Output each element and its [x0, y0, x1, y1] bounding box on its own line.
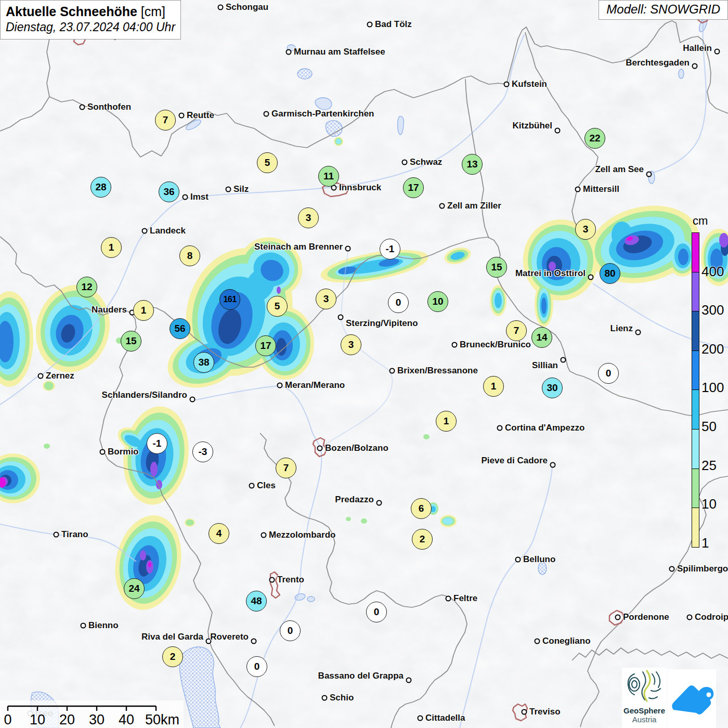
city-label: Treviso: [529, 707, 561, 717]
city-label: Spilimbergo: [677, 564, 728, 574]
geosphere-contours-icon: [622, 668, 667, 705]
city-label: Tirano: [61, 529, 88, 540]
legend-segment: [692, 508, 699, 547]
city-dot: [277, 383, 283, 388]
legend-segment: [692, 272, 699, 311]
city-label: Cittadella: [425, 713, 465, 723]
city-label: Bruneck/Brunico: [460, 340, 531, 350]
city-label: Schwaz: [410, 157, 442, 167]
city-label: Sonthofen: [87, 102, 131, 112]
city-label: Riva del Garda: [141, 632, 203, 642]
city-dot: [367, 22, 373, 28]
city-label: Zell am See: [595, 164, 644, 175]
scale-bar-label: 40: [119, 712, 134, 728]
station-value: 30: [542, 378, 563, 398]
city-label: Imst: [190, 192, 209, 202]
city-dot: [497, 425, 503, 431]
station-value: 3: [298, 207, 319, 228]
city-label: Matrei in Osttirol: [515, 268, 586, 279]
city-label: Nauders: [92, 305, 127, 315]
city-dot: [714, 49, 720, 55]
city-dot: [588, 275, 594, 280]
station-value: 24: [124, 578, 145, 599]
legend-tick-label: 400: [701, 263, 724, 279]
station-value: 38: [193, 352, 214, 373]
city-dot: [345, 246, 351, 252]
city-label: Steinach am Brenner: [254, 242, 343, 252]
city-label: Brixen/Bressanone: [397, 366, 478, 376]
city-dot: [692, 63, 698, 69]
geosphere-logo: GeoSphere Austria: [622, 668, 667, 728]
city-dot: [100, 449, 106, 455]
city-dot: [561, 357, 566, 363]
legend-segment: [692, 389, 699, 429]
city-label: Pordenone: [623, 612, 669, 622]
station-value: 1: [133, 300, 154, 321]
station-value: 28: [90, 177, 111, 198]
city-dot: [317, 446, 323, 451]
city-label: Innsbruck: [339, 183, 381, 193]
station-value: 0: [598, 363, 619, 384]
station-value: 3: [316, 289, 336, 309]
station-value: 1: [436, 411, 457, 432]
city-dot: [406, 678, 412, 683]
city-label: Kufstein: [512, 79, 547, 89]
city-dot: [615, 615, 621, 620]
city-label: Codroipo: [695, 612, 728, 622]
city-label: Meran/Merano: [285, 380, 345, 391]
legend-segment: [692, 350, 699, 390]
city-dot: [286, 49, 292, 55]
city-dot: [550, 462, 556, 468]
scale-bar-label: 30: [89, 712, 105, 728]
city-dot: [269, 577, 275, 583]
city-dot: [555, 128, 561, 134]
scale-bar-label: 0: [4, 712, 11, 728]
station-value: 13: [462, 154, 483, 175]
city-label: Schongau: [226, 2, 268, 12]
station-value: 56: [170, 318, 190, 339]
legend-tick-label: 300: [701, 302, 724, 318]
geosphere-austria-label: Austria: [622, 715, 667, 724]
city-dot: [575, 187, 581, 192]
station-value: 2: [162, 646, 183, 667]
legend-tick-label: 200: [701, 341, 724, 357]
city-dot: [183, 194, 188, 200]
mountain-logo-icon: [667, 669, 716, 728]
city-dot: [446, 596, 451, 602]
map-timestamp: Dienstag, 23.07.2024 04:00 Uhr: [6, 20, 174, 34]
station-value: 5: [257, 152, 278, 173]
city-label: Cortina d'Ampezzo: [505, 423, 584, 433]
city-dot: [439, 203, 445, 209]
station-value: 17: [255, 335, 276, 356]
city-dot: [322, 695, 328, 701]
city-label: Landeck: [150, 226, 186, 236]
mountain-logo: [667, 669, 716, 728]
station-value: 14: [531, 327, 552, 348]
city-label: Murnau am Staffelsee: [294, 47, 385, 57]
station-value: 1: [101, 237, 122, 258]
city-dot: [515, 557, 521, 563]
station-value: 0: [246, 656, 267, 677]
city-label: Rovereto: [210, 632, 249, 642]
scale-bar-label: 20: [59, 712, 75, 728]
city-dot: [142, 228, 148, 234]
station-value: -1: [147, 433, 167, 454]
city-dot: [522, 709, 527, 715]
station-value: 10: [427, 291, 448, 312]
city-label: Bozen/Bolzano: [325, 443, 388, 453]
legend-segment: [692, 469, 699, 508]
station-value: 11: [318, 166, 339, 187]
station-value: -1: [380, 239, 400, 259]
station-value: 15: [121, 331, 141, 352]
city-dot: [264, 111, 269, 117]
city-dot: [338, 315, 344, 320]
city-label: Zernez: [46, 371, 74, 381]
station-value: 80: [600, 263, 620, 284]
station-value: -3: [192, 441, 213, 462]
legend-tick-label: 25: [701, 457, 717, 473]
station-value: 161: [219, 289, 240, 310]
city-dot: [38, 373, 44, 379]
city-dot: [54, 532, 59, 538]
city-label: Cles: [257, 480, 276, 491]
city-label: Kitzbühel: [513, 121, 553, 131]
